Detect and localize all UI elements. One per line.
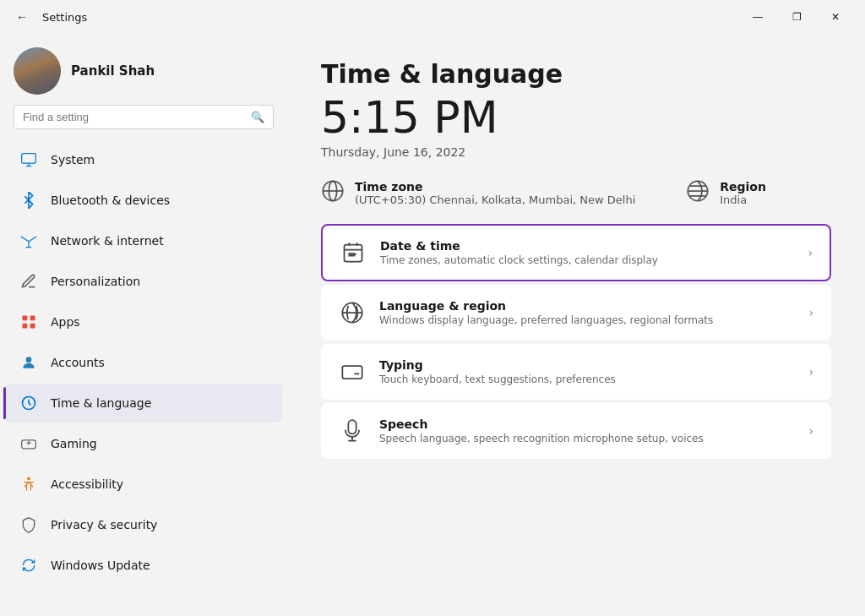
network-icon	[19, 231, 39, 251]
user-name: Pankil Shah	[71, 63, 155, 79]
maximize-button[interactable]: ❐	[777, 3, 816, 30]
speech-icon	[339, 417, 366, 444]
search-input[interactable]	[23, 111, 244, 123]
speech-title: Speech	[379, 417, 795, 431]
sidebar-label-privacy: Privacy & security	[51, 518, 157, 532]
language-desc: Windows display language, preferred lang…	[379, 314, 795, 326]
window-controls: — ❐ ✕	[738, 3, 855, 30]
date-time-chevron: ›	[808, 246, 813, 259]
back-button[interactable]: ←	[10, 5, 34, 29]
sidebar-label-personalization: Personalization	[51, 275, 140, 288]
sidebar-label-system: System	[51, 153, 95, 166]
update-icon	[19, 555, 39, 575]
accessibility-icon	[19, 474, 39, 494]
language-text: Language & region Windows display langua…	[379, 299, 795, 326]
region-info: Region India	[686, 179, 766, 207]
svg-point-8	[28, 477, 30, 480]
speech-chevron: ›	[808, 424, 813, 438]
gaming-icon	[19, 433, 39, 454]
sidebar-item-privacy[interactable]: Privacy & security	[5, 505, 282, 544]
speech-text: Speech Speech language, speech recogniti…	[379, 417, 795, 444]
typing-icon	[339, 358, 366, 385]
card-speech[interactable]: Speech Speech language, speech recogniti…	[321, 403, 831, 459]
sidebar-item-system[interactable]: System	[5, 140, 282, 179]
time-icon	[19, 393, 39, 413]
info-row: Time zone (UTC+05:30) Chennai, Kolkata, …	[321, 179, 831, 207]
close-button[interactable]: ✕	[816, 3, 855, 30]
sidebar-item-gaming[interactable]: Gaming	[5, 424, 282, 463]
svg-rect-1	[23, 316, 28, 321]
date-time-icon	[340, 239, 367, 266]
search-box[interactable]: 🔍	[14, 105, 274, 129]
card-typing[interactable]: Typing Touch keyboard, text suggestions,…	[321, 344, 831, 400]
card-language[interactable]: Language & region Windows display langua…	[321, 285, 831, 341]
language-chevron: ›	[808, 306, 813, 319]
current-time: 5:15 PM	[321, 94, 831, 142]
app-title: Settings	[42, 11, 87, 24]
timezone-info: Time zone (UTC+05:30) Chennai, Kolkata, …	[321, 179, 635, 207]
date-time-desc: Time zones, automatic clock settings, ca…	[380, 254, 794, 266]
svg-rect-4	[30, 324, 35, 329]
sidebar-label-accounts: Accounts	[51, 356, 105, 369]
svg-rect-14	[342, 366, 362, 379]
title-bar: ← Settings — ❐ ✕	[0, 0, 865, 34]
typing-title: Typing	[379, 358, 795, 372]
sidebar-item-update[interactable]: Windows Update	[5, 546, 282, 585]
sidebar-item-bluetooth[interactable]: Bluetooth & devices	[5, 181, 282, 220]
sidebar-item-accounts[interactable]: Accounts	[5, 343, 282, 382]
sidebar-item-personalization[interactable]: Personalization	[5, 262, 282, 301]
date-time-text: Date & time Time zones, automatic clock …	[380, 239, 794, 266]
region-label: Region	[720, 180, 766, 194]
sidebar-label-update: Windows Update	[51, 559, 150, 572]
page-title: Time & language	[321, 59, 831, 89]
system-icon	[19, 150, 39, 170]
sidebar-item-network[interactable]: Network & internet	[5, 221, 282, 260]
timezone-label: Time zone	[355, 180, 635, 194]
sidebar-label-gaming: Gaming	[51, 437, 97, 450]
sidebar-item-apps[interactable]: Apps	[5, 303, 282, 341]
settings-list: Date & time Time zones, automatic clock …	[321, 224, 831, 459]
region-icon	[686, 179, 710, 207]
sidebar: Pankil Shah 🔍 System Bluetooth & devices	[0, 34, 287, 616]
sidebar-label-network: Network & internet	[51, 234, 164, 248]
search-icon: 🔍	[251, 111, 264, 123]
speech-desc: Speech language, speech recognition micr…	[379, 433, 795, 444]
card-date-time[interactable]: Date & time Time zones, automatic clock …	[321, 224, 831, 281]
sidebar-item-time[interactable]: Time & language	[5, 384, 282, 422]
sidebar-label-apps: Apps	[51, 315, 80, 329]
accounts-icon	[19, 352, 39, 373]
sidebar-item-accessibility[interactable]: Accessibility	[5, 465, 282, 504]
personalization-icon	[19, 271, 39, 292]
region-value: India	[720, 194, 766, 206]
svg-rect-2	[30, 316, 35, 321]
search-container: 🔍	[0, 105, 287, 139]
privacy-icon	[19, 515, 39, 535]
date-time-title: Date & time	[380, 239, 794, 253]
sidebar-label-accessibility: Accessibility	[51, 477, 123, 491]
svg-rect-0	[22, 154, 36, 164]
bluetooth-icon	[19, 190, 39, 210]
language-title: Language & region	[379, 299, 795, 313]
app-body: Pankil Shah 🔍 System Bluetooth & devices	[0, 34, 865, 616]
typing-text: Typing Touch keyboard, text suggestions,…	[379, 358, 795, 385]
content-area: Time & language 5:15 PM Thursday, June 1…	[287, 34, 865, 616]
svg-rect-3	[23, 324, 28, 329]
minimize-button[interactable]: —	[738, 3, 777, 30]
user-profile: Pankil Shah	[0, 34, 287, 105]
typing-chevron: ›	[808, 365, 813, 379]
current-date: Thursday, June 16, 2022	[321, 145, 831, 159]
sidebar-label-bluetooth: Bluetooth & devices	[51, 194, 170, 207]
avatar	[14, 47, 61, 95]
svg-point-5	[26, 357, 32, 363]
timezone-value: (UTC+05:30) Chennai, Kolkata, Mumbai, Ne…	[355, 194, 635, 206]
typing-desc: Touch keyboard, text suggestions, prefer…	[379, 373, 795, 385]
sidebar-label-time: Time & language	[51, 396, 151, 410]
timezone-icon	[321, 179, 345, 207]
apps-icon	[19, 312, 39, 332]
language-icon	[339, 299, 366, 326]
